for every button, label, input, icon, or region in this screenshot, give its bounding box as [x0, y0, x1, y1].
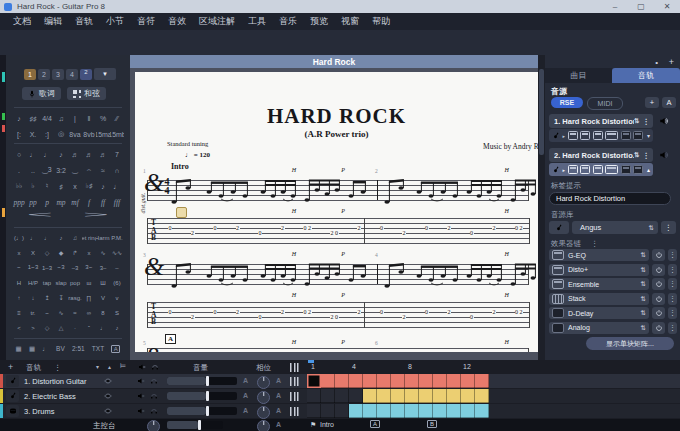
palette-symbol[interactable]: ↧ — [54, 290, 68, 305]
palette-symbol[interactable]: x — [68, 178, 82, 194]
fret-number[interactable]: 0 — [168, 309, 172, 315]
fret-number[interactable]: 0 — [470, 230, 474, 236]
note-icon[interactable]: ♩ — [42, 345, 49, 352]
master-gain-knob[interactable] — [147, 420, 160, 431]
palette-symbol[interactable]: ∏ — [82, 290, 96, 305]
fret-number[interactable]: 0 2 — [303, 309, 312, 315]
palette-symbol[interactable]: | — [68, 110, 82, 126]
timeline-cell[interactable] — [433, 374, 447, 388]
chords-button[interactable]: 和弦 — [67, 87, 106, 100]
master-volume-slider[interactable] — [167, 421, 223, 429]
fret-number[interactable]: 0 — [213, 309, 217, 315]
solo-headphones-icon[interactable] — [150, 392, 158, 400]
palette-symbol[interactable]: ˆ — [82, 320, 96, 335]
timeline-cell[interactable] — [349, 389, 363, 403]
menu-item[interactable]: 音符 — [137, 15, 155, 28]
palette-symbol[interactable]: ♪ — [12, 110, 26, 126]
fret-number[interactable]: 2 — [402, 314, 406, 320]
timeline-cell[interactable] — [433, 389, 447, 403]
fret-number[interactable]: 0 2 — [303, 225, 312, 231]
palette-symbol[interactable]: ♪ — [96, 178, 110, 194]
palette-symbol[interactable]: tap — [40, 275, 54, 290]
fx-row[interactable]: Analog ⇅ ⋮ — [549, 322, 679, 334]
palette-symbol[interactable]: ♩ — [26, 146, 40, 162]
fret-number[interactable]: 2 — [191, 314, 195, 320]
fretboard-diagram2-icon[interactable]: ▦ — [29, 345, 35, 353]
add-track-button[interactable]: + — [645, 97, 659, 108]
volume-auto-button[interactable]: A — [243, 377, 248, 384]
fret-number[interactable]: 0 — [213, 225, 217, 231]
menu-item[interactable]: 工具 — [248, 15, 266, 28]
timeline-cell[interactable] — [391, 389, 405, 403]
palette-symbol[interactable]: v — [110, 290, 124, 305]
timeline-cell[interactable] — [363, 374, 377, 388]
collapse-icon[interactable]: ▾ — [647, 132, 650, 139]
timestamp-button[interactable]: 2:51 — [72, 345, 85, 352]
palette-symbol[interactable]: slap — [54, 275, 68, 290]
measure-number[interactable]: 12 — [463, 363, 471, 370]
pan-knob[interactable] — [257, 391, 270, 404]
visibility-eye-icon[interactable] — [104, 407, 112, 415]
palette-symbol[interactable]: x — [12, 245, 26, 260]
fx-row[interactable]: D-Delay ⇅ ⋮ — [549, 307, 679, 319]
palette-symbol[interactable]: ♪ — [54, 230, 68, 245]
palette-symbol[interactable]: Harm. — [96, 230, 110, 245]
mute-all-icon[interactable] — [138, 363, 146, 371]
timeline-cell[interactable] — [349, 404, 363, 418]
fret-number[interactable]: 2 — [236, 225, 240, 231]
bank-guitar-chip[interactable] — [549, 221, 569, 234]
fret-number[interactable]: 0 — [380, 225, 384, 231]
menu-item[interactable]: 视窗 — [341, 15, 359, 28]
menu-item[interactable]: 区域注解 — [199, 15, 235, 28]
fret-number[interactable]: 0 2 — [515, 225, 524, 231]
palette-symbol[interactable]: ↓ — [26, 290, 40, 305]
lyrics-button[interactable]: 歌词 — [22, 87, 61, 100]
palette-symbol[interactable]: ♯ — [54, 178, 68, 194]
mute-icon[interactable] — [137, 377, 145, 385]
palette-symbol[interactable]: p — [40, 194, 54, 210]
palette-symbol[interactable]: ‖ — [82, 110, 96, 126]
palette-symbol[interactable]: ♪ — [110, 320, 124, 335]
palette-symbol[interactable]: ≈ — [96, 162, 110, 178]
mute-icon[interactable] — [137, 407, 145, 415]
score-page[interactable]: HARD ROCK (A.R Power trio) Music by Andr… — [135, 72, 538, 352]
menu-item[interactable]: 文档 — [13, 15, 31, 28]
master-row[interactable]: 主控台 A ⚑ Intro A B — [0, 419, 680, 431]
palette-symbol[interactable]: ш — [82, 275, 96, 290]
track-menu-icon[interactable]: ⋮ — [643, 151, 651, 160]
intro-marker[interactable]: Intro — [320, 421, 334, 428]
timeline-cell[interactable] — [307, 404, 321, 418]
timeline-cell[interactable] — [475, 374, 489, 388]
tab-track[interactable]: 音轨 — [612, 68, 680, 83]
timeline-cell[interactable] — [433, 404, 447, 418]
expand-icon[interactable]: ▴ — [647, 166, 650, 173]
auto-button[interactable]: A — [662, 97, 676, 108]
palette-dropdown[interactable]: ▼ — [94, 68, 116, 80]
track-1-chain-row[interactable]: ▸ ▾ — [549, 129, 653, 142]
palette-symbol[interactable]: ↱ — [68, 245, 82, 260]
scrollbar-thumb[interactable] — [539, 69, 544, 155]
pan-knob[interactable] — [257, 406, 270, 419]
palette-tab-4[interactable]: 4 — [66, 69, 78, 80]
fx-power-button[interactable] — [652, 249, 665, 261]
palette-symbol[interactable]: ∿ — [54, 305, 68, 320]
menu-item[interactable]: 音乐 — [279, 15, 297, 28]
master-auto-button[interactable]: A — [276, 421, 281, 428]
palette-tab-3[interactable]: 3 — [52, 69, 64, 80]
fx-menu-button[interactable]: ⋮ — [668, 322, 677, 334]
palette-symbol[interactable]: ‿ — [68, 162, 82, 178]
timeline-cell[interactable] — [307, 374, 321, 388]
timeline-cell[interactable] — [335, 374, 349, 388]
menu-item[interactable]: 音轨 — [75, 15, 93, 28]
tab-staff-2[interactable]: TAB 0202020 22 020202020 2 — [147, 302, 530, 328]
timeline-cell[interactable] — [377, 374, 391, 388]
palette-symbol[interactable]: 7 — [110, 146, 124, 162]
palette-symbol[interactable]: ♯♯ — [26, 110, 40, 126]
menu-item[interactable]: 音效 — [168, 15, 186, 28]
palette-symbol[interactable]: tr. — [26, 305, 40, 320]
maximize-button[interactable]: ▢ — [628, 2, 654, 11]
palette-symbol[interactable]: f — [82, 194, 96, 210]
timeline-cell[interactable] — [447, 404, 461, 418]
fret-number[interactable]: 0 — [258, 230, 262, 236]
timeline-cell[interactable] — [321, 404, 335, 418]
